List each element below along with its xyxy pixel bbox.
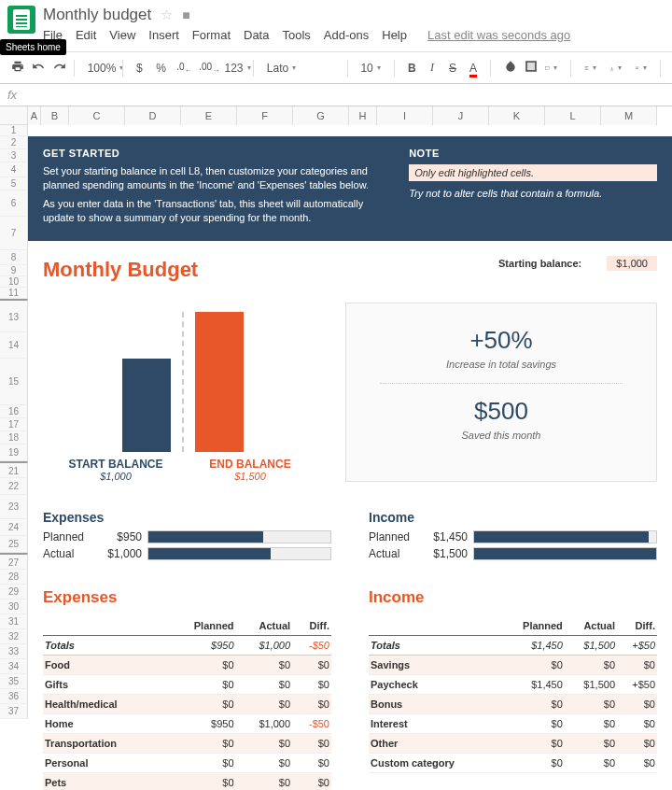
row-header-4[interactable]: 4: [0, 162, 28, 177]
row-header-15[interactable]: 15: [0, 359, 28, 405]
table-cell[interactable]: $0: [236, 674, 293, 694]
row-header-18[interactable]: 18: [0, 431, 28, 444]
row-header-10[interactable]: 10: [0, 276, 28, 288]
row-header-11[interactable]: 11: [0, 288, 28, 299]
table-cell[interactable]: $1,000: [236, 713, 293, 733]
col-header-M[interactable]: M: [601, 106, 657, 125]
row-header-8[interactable]: 8: [0, 250, 28, 265]
table-cell[interactable]: $0: [165, 772, 235, 790]
folder-icon[interactable]: ■: [182, 7, 189, 22]
expenses-table[interactable]: PlannedActualDiff. Totals$950$1,000-$50F…: [43, 616, 331, 790]
table-cell[interactable]: $0: [236, 655, 293, 674]
row-header-9[interactable]: 9: [0, 265, 28, 276]
col-header-G[interactable]: G: [293, 106, 349, 125]
table-cell[interactable]: $0: [236, 772, 293, 790]
row-header-34[interactable]: 34: [0, 659, 28, 674]
table-cell[interactable]: Savings: [369, 655, 499, 674]
row-header-2[interactable]: 2: [0, 136, 28, 149]
row-header-32[interactable]: 32: [0, 629, 28, 644]
strike-button[interactable]: S: [445, 60, 460, 77]
row-header-27[interactable]: 27: [0, 553, 28, 570]
table-cell[interactable]: $0: [292, 674, 331, 694]
table-cell[interactable]: $0: [236, 733, 293, 753]
row-header-24[interactable]: 24: [0, 519, 28, 536]
table-cell[interactable]: Gifts: [43, 674, 165, 694]
table-cell[interactable]: $0: [499, 655, 565, 674]
table-row[interactable]: Gifts$0$0$0: [43, 674, 331, 694]
edit-info[interactable]: Last edit was seconds ago: [427, 28, 570, 42]
col-header-E[interactable]: E: [181, 106, 237, 125]
table-cell[interactable]: $950: [165, 635, 235, 655]
table-cell[interactable]: $0: [565, 733, 617, 753]
table-cell[interactable]: $0: [565, 694, 617, 713]
currency-button[interactable]: $: [132, 60, 147, 77]
table-cell[interactable]: Personal: [43, 753, 165, 772]
table-cell[interactable]: $0: [499, 694, 565, 713]
undo-icon[interactable]: [28, 58, 43, 78]
table-cell[interactable]: $0: [165, 733, 235, 753]
row-header-16[interactable]: 16: [0, 405, 28, 418]
row-header-7[interactable]: 7: [0, 217, 28, 250]
borders-button[interactable]: [521, 58, 536, 78]
zoom-dropdown[interactable]: 100%: [84, 60, 113, 77]
row-header-37[interactable]: 37: [0, 704, 28, 719]
table-cell[interactable]: $0: [165, 674, 235, 694]
text-color-button[interactable]: A: [466, 60, 481, 77]
row-header-28[interactable]: 28: [0, 570, 28, 585]
row-header-31[interactable]: 31: [0, 614, 28, 629]
table-row[interactable]: Other$0$0$0: [369, 733, 657, 753]
col-header-I[interactable]: I: [377, 106, 433, 125]
table-cell[interactable]: Totals: [369, 635, 499, 655]
formula-bar[interactable]: fx: [0, 84, 672, 106]
doc-title[interactable]: Monthly budget: [43, 6, 151, 24]
table-cell[interactable]: $0: [165, 694, 235, 713]
table-cell[interactable]: Bonus: [369, 694, 499, 713]
number-format-dropdown[interactable]: 123: [221, 60, 245, 77]
table-cell[interactable]: $1,450: [499, 674, 565, 694]
table-cell[interactable]: Paycheck: [369, 674, 499, 694]
fill-color-button[interactable]: [500, 58, 515, 78]
table-cell[interactable]: Home: [43, 713, 165, 733]
row-header-23[interactable]: 23: [0, 495, 28, 519]
row-header-5[interactable]: 5: [0, 177, 28, 190]
table-row[interactable]: Custom category$0$0$0: [369, 753, 657, 772]
decrease-decimal-button[interactable]: .0←: [173, 60, 189, 77]
table-cell[interactable]: $1,000: [236, 635, 293, 655]
row-header-17[interactable]: 17: [0, 418, 28, 431]
col-header-J[interactable]: J: [433, 106, 489, 125]
sheets-logo[interactable]: [7, 6, 35, 34]
menu-view[interactable]: View: [109, 28, 135, 42]
row-header-29[interactable]: 29: [0, 585, 28, 600]
select-all-corner[interactable]: [0, 106, 28, 125]
row-header-14[interactable]: 14: [0, 332, 28, 359]
menu-insert[interactable]: Insert: [148, 28, 179, 42]
row-header-36[interactable]: 36: [0, 689, 28, 704]
table-cell[interactable]: $1,450: [499, 635, 565, 655]
menu-edit[interactable]: Edit: [76, 28, 96, 42]
income-table[interactable]: PlannedActualDiff. Totals$1,450$1,500+$5…: [369, 616, 657, 773]
table-cell[interactable]: Food: [43, 655, 165, 674]
table-cell[interactable]: $0: [499, 733, 565, 753]
table-cell[interactable]: $950: [165, 713, 235, 733]
row-header-19[interactable]: 19: [0, 444, 28, 461]
v-align-button[interactable]: [606, 60, 625, 77]
table-row[interactable]: Transportation$0$0$0: [43, 733, 331, 753]
row-header-3[interactable]: 3: [0, 149, 28, 162]
row-header-35[interactable]: 35: [0, 674, 28, 689]
italic-button[interactable]: I: [425, 59, 440, 77]
col-header-B[interactable]: B: [41, 106, 69, 125]
table-cell[interactable]: Transportation: [43, 733, 165, 753]
table-cell[interactable]: $0: [565, 655, 617, 674]
row-header-33[interactable]: 33: [0, 644, 28, 659]
col-header-C[interactable]: C: [69, 106, 125, 125]
table-cell[interactable]: -$50: [292, 635, 331, 655]
table-cell[interactable]: $0: [236, 694, 293, 713]
col-header-K[interactable]: K: [489, 106, 545, 125]
merge-button[interactable]: [541, 60, 561, 77]
table-cell[interactable]: Interest: [369, 713, 499, 733]
table-row[interactable]: Home$950$1,000-$50: [43, 713, 331, 733]
start-balance-value[interactable]: $1,000: [607, 256, 657, 271]
table-cell[interactable]: $0: [617, 753, 657, 772]
table-row[interactable]: Interest$0$0$0: [369, 713, 657, 733]
table-cell[interactable]: $0: [236, 753, 293, 772]
